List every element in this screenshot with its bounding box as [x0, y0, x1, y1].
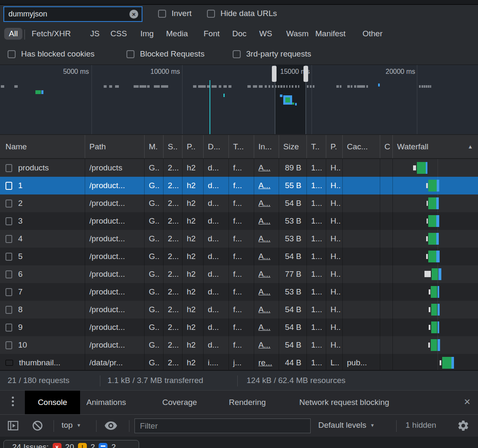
3rd-party-requests-checkbox[interactable] — [233, 50, 241, 58]
network-filter-box[interactable]: × — [3, 6, 142, 22]
hide-data-urls-checkbox-group[interactable]: Hide data URLs — [207, 9, 277, 18]
column-header-c[interactable]: C — [380, 135, 393, 158]
table-row-2[interactable]: 2/product...G..2...h2d...f...A...54 B1..… — [0, 194, 478, 212]
row-checkbox[interactable] — [5, 324, 12, 332]
cell-initiator[interactable]: A... — [254, 212, 279, 230]
network-filter-input[interactable] — [8, 10, 129, 19]
column-header-m[interactable]: M. — [145, 135, 164, 158]
javascript-context-dropdown[interactable]: top▼ — [62, 421, 81, 430]
invert-checkbox-group[interactable]: Invert — [158, 9, 192, 18]
row-checkbox[interactable] — [5, 235, 12, 243]
row-checkbox[interactable] — [5, 288, 12, 296]
table-row-4[interactable]: 4/product...G..2...h2d...f...A...53 B1..… — [0, 230, 478, 248]
cell-priority: H.. — [326, 283, 343, 301]
table-row-6[interactable]: 6/product...G..2...h2d...f...A...77 B1..… — [0, 265, 478, 283]
row-checkbox[interactable] — [5, 182, 12, 190]
console-filter-input[interactable] — [134, 418, 311, 433]
cell-initiator[interactable]: A... — [254, 283, 279, 301]
table-row-1[interactable]: 1/product...G..2...h2d...f...A...55 B1..… — [0, 177, 478, 194]
invert-checkbox[interactable] — [158, 10, 166, 18]
table-row-thumbnail-[interactable]: thumbnail.../data/pr...G..2...h2i....j..… — [0, 354, 478, 370]
has-blocked-cookies-checkbox[interactable] — [8, 50, 16, 58]
blocked-requests-checkbox[interactable] — [126, 50, 134, 58]
row-checkbox[interactable] — [5, 200, 12, 208]
type-tab-all[interactable]: All — [4, 28, 22, 40]
column-header-path[interactable]: Path — [85, 135, 145, 158]
column-header-p[interactable]: P.. — [183, 135, 204, 158]
issues-summary-bar[interactable]: 24 Issues: ×20!22 — [3, 440, 139, 448]
column-header-name[interactable]: Name — [0, 135, 85, 158]
cell-initiator[interactable]: A... — [254, 248, 279, 265]
network-overview-timeline[interactable]: 5000 ms10000 ms15000 ms20000 ms — [0, 65, 478, 134]
cell-initiator[interactable]: A... — [254, 265, 279, 283]
drawer-tab-console[interactable]: Console — [25, 391, 80, 414]
type-tab-fetch-xhr[interactable]: Fetch/XHR — [32, 29, 71, 38]
cell-initiator[interactable]: A... — [254, 318, 279, 336]
hide-data-urls-checkbox[interactable] — [207, 10, 215, 18]
summary-divider — [100, 375, 100, 386]
column-header-waterfall[interactable]: Waterfall▲ — [393, 135, 478, 158]
drawer-tab-rendering[interactable]: Rendering — [229, 391, 276, 414]
cell-initiator[interactable]: A... — [254, 177, 279, 194]
type-tab-js[interactable]: JS — [90, 29, 99, 38]
cell-initiator[interactable]: re... — [254, 354, 279, 370]
table-row-8[interactable]: 8/product...G..2...h2d...f...A...54 B1..… — [0, 301, 478, 318]
row-checkbox[interactable] — [5, 306, 12, 314]
column-header-in[interactable]: In... — [254, 135, 279, 158]
timeline-activity-dash — [351, 85, 352, 88]
drawer-tab-coverage[interactable]: Coverage — [162, 391, 206, 414]
blocked-requests-checkbox-group[interactable]: Blocked Requests — [126, 49, 204, 59]
table-row-5[interactable]: 5/product...G..2...h2d...f...A...54 B1..… — [0, 248, 478, 265]
type-tab-img[interactable]: Img — [140, 29, 154, 38]
timeline-time-label: 10000 ms — [150, 68, 180, 76]
type-tab-css[interactable]: CSS — [110, 29, 127, 38]
drawer-tab-animations[interactable]: Animations — [86, 391, 137, 414]
cell-initiator[interactable]: A... — [254, 194, 279, 212]
drawer-tab-network-request-blocking[interactable]: Network request blocking — [299, 391, 416, 414]
clear-filter-icon[interactable]: × — [129, 10, 138, 19]
cell-initiator[interactable]: A... — [254, 230, 279, 248]
selection-right-handle[interactable] — [303, 66, 308, 82]
row-checkbox[interactable] — [5, 253, 12, 261]
type-tab-wasm[interactable]: Wasm — [286, 29, 309, 38]
close-drawer-icon[interactable]: × — [464, 396, 470, 407]
type-tab-font[interactable]: Font — [204, 29, 220, 38]
clear-console-icon[interactable] — [31, 419, 44, 434]
cell-initiator[interactable]: A... — [254, 159, 279, 177]
column-header-d[interactable]: D... — [204, 135, 229, 158]
column-header-t[interactable]: T... — [229, 135, 254, 158]
row-checkbox[interactable] — [5, 341, 12, 349]
table-row-3[interactable]: 3/product...G..2...h2d...f...A...53 B1..… — [0, 212, 478, 230]
row-checkbox[interactable] — [5, 270, 12, 278]
type-tab-media[interactable]: Media — [166, 29, 188, 38]
column-header-t[interactable]: T.. — [307, 135, 326, 158]
table-row-7[interactable]: 7/product...G..2...h2d...f...A...53 B1..… — [0, 283, 478, 301]
table-row-9[interactable]: 9/product...G..2...h2d...f...A...54 B1..… — [0, 318, 478, 336]
column-header-p[interactable]: P. — [326, 135, 343, 158]
row-checkbox[interactable] — [5, 217, 12, 225]
console-settings-gear-icon[interactable] — [457, 419, 470, 434]
cell-initiator[interactable]: A... — [254, 301, 279, 318]
type-tab-other[interactable]: Other — [363, 29, 383, 38]
timeline-activity-dash — [430, 85, 431, 88]
live-expression-eye-icon[interactable] — [104, 420, 118, 433]
row-checkbox[interactable] — [5, 164, 12, 172]
3rd-party-requests-checkbox-group[interactable]: 3rd-party requests — [233, 49, 311, 59]
show-console-sidebar-icon[interactable] — [7, 419, 19, 434]
log-levels-dropdown[interactable]: Default levels▼ — [318, 421, 375, 430]
table-row-products[interactable]: products/productsG..2...h2d...f...A...89… — [0, 159, 478, 177]
waterfall-green-bar — [431, 321, 437, 333]
has-blocked-cookies-checkbox-group[interactable]: Has blocked cookies — [8, 49, 94, 59]
table-row-10[interactable]: 10/product...G..2...h2d...f...A...54 B1.… — [0, 336, 478, 354]
cell-path: /product... — [85, 177, 145, 194]
type-tab-manifest[interactable]: Manifest — [315, 29, 346, 38]
column-header-cac[interactable]: Cac... — [343, 135, 380, 158]
column-header-size[interactable]: Size — [279, 135, 307, 158]
type-tab-doc[interactable]: Doc — [232, 29, 247, 38]
cell-initiator[interactable]: A... — [254, 336, 279, 354]
type-tab-ws[interactable]: WS — [259, 29, 272, 38]
selection-left-handle[interactable] — [272, 66, 277, 82]
drawer-menu-icon[interactable] — [12, 397, 14, 406]
column-header-s[interactable]: S.. — [164, 135, 183, 158]
cell-status: 2... — [164, 230, 183, 248]
